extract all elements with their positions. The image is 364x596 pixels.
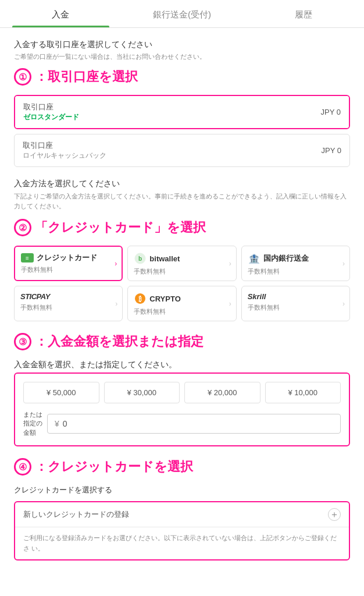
bank-icon: 🏦	[248, 252, 260, 265]
account-selected-box[interactable]: 取引口座 ゼロスタンダード JPY 0	[14, 95, 350, 129]
tab-history[interactable]: 履歴	[242, 0, 364, 27]
tab-bank-transfer[interactable]: 銀行送金(受付)	[122, 0, 243, 27]
payment-method-bitwallet[interactable]: b bitwallet 手数料無料 ›	[127, 246, 236, 281]
account-name-1: 取引口座	[23, 102, 79, 112]
payment-method-sticpay[interactable]: STICPAY 手数料無料 ›	[14, 286, 123, 321]
yen-symbol: ¥	[55, 419, 59, 428]
bitwallet-arrow: ›	[229, 260, 231, 268]
bank-arrow: ›	[342, 260, 345, 268]
amount-selection-box: ¥ 50,000 ¥ 30,000 ¥ 20,000 ¥ 10,000 または …	[14, 372, 350, 446]
bank-label-row: 🏦 国内銀行送金	[248, 252, 309, 265]
crypto-fee: 手数料無料	[134, 307, 166, 316]
amount-btn-10000[interactable]: ¥ 10,000	[265, 382, 341, 403]
step1-sub: ご希望の口座が一覧にない場合は、当社にお問い合わせください。	[14, 52, 350, 61]
step3-annotation: ③ ：入金金額を選択または指定	[14, 333, 350, 350]
crypto-label-row: ₿ CRYPTO	[134, 292, 180, 305]
amount-custom-label: または 指定の 金額	[23, 410, 42, 437]
credit-card-info-text: ご利用になる登録済みカードをお選びください。以下に表示されていない場合は、上記ボ…	[15, 527, 349, 559]
amount-btn-50000[interactable]: ¥ 50,000	[23, 382, 99, 403]
skrill-label-row: Skrill	[248, 292, 266, 301]
sticpay-label-row: STICPAY	[20, 292, 50, 301]
step3-sub: 入金金額を選択、または指定してください。	[14, 360, 350, 370]
account-type-1: ゼロスタンダード	[23, 112, 79, 122]
payment-method-credit-card[interactable]: ≡ クレジットカード 手数料無料 ›	[14, 246, 123, 281]
sticpay-fee: 手数料無料	[20, 303, 52, 312]
sticpay-label: STICPAY	[20, 292, 50, 301]
payment-method-grid: ≡ クレジットカード 手数料無料 › b bitwallet	[14, 246, 350, 321]
custom-amount-value: 0	[63, 419, 67, 428]
account-balance-2: JPY 0	[322, 146, 341, 155]
account-left-1: 取引口座 ゼロスタンダード	[23, 102, 79, 122]
plus-icon: ＋	[330, 509, 339, 521]
credit-card-icon: ≡	[21, 253, 34, 262]
amount-custom-row: または 指定の 金額 ¥ 0	[23, 410, 341, 437]
step3-section: ③ ：入金金額を選択または指定 入金金額を選択、または指定してください。 ¥ 5…	[14, 333, 350, 446]
account-item-2[interactable]: 取引口座 ロイヤルキャッシュバック JPY 0	[14, 134, 350, 167]
step4-annotation-text: ：クレジットカードを選択	[35, 458, 193, 476]
credit-card-label-row: ≡ クレジットカード	[21, 253, 97, 263]
bitwallet-label: bitwallet	[149, 254, 180, 263]
svg-text:₿: ₿	[138, 296, 142, 303]
step2-section: 入金方法を選択してください 下記よりご希望の入金方法を選択してください。事前に手…	[14, 179, 350, 321]
step4-section: ④ ：クレジットカードを選択 クレジットカードを選択する 新しいクレジットカード…	[14, 458, 350, 560]
step2-annotation-text: 「クレジットカード」を選択	[35, 219, 206, 236]
step3-circle: ③	[14, 333, 31, 350]
account-left-2: 取引口座 ロイヤルキャッシュバック	[23, 140, 106, 161]
credit-card-fee: 手数料無料	[21, 265, 53, 274]
step1-circle: ①	[14, 68, 31, 86]
amount-btn-30000[interactable]: ¥ 30,000	[104, 382, 180, 403]
payment-method-skrill[interactable]: Skrill 手数料無料 ›	[241, 286, 350, 321]
bitwallet-icon: b	[134, 252, 147, 265]
step4-annotation: ④ ：クレジットカードを選択	[14, 458, 350, 476]
credit-card-arrow: ›	[115, 260, 117, 268]
step2-annotation: ② 「クレジットカード」を選択	[14, 219, 350, 236]
skrill-label: Skrill	[248, 292, 266, 301]
crypto-icon: ₿	[134, 292, 147, 305]
crypto-label: CRYPTO	[149, 295, 180, 303]
tab-deposit[interactable]: 入金	[0, 0, 122, 27]
account-balance-1: JPY 0	[321, 108, 341, 116]
credit-card-box: 新しいクレジットカードの登録 ＋ ご利用になる登録済みカードをお選びください。以…	[14, 501, 350, 560]
add-credit-card-icon[interactable]: ＋	[328, 508, 341, 521]
add-credit-card-label: 新しいクレジットカードの登録	[23, 509, 129, 520]
add-credit-card-row[interactable]: 新しいクレジットカードの登録 ＋	[15, 502, 349, 527]
step1-annotation-text: ：取引口座を選択	[35, 68, 138, 86]
payment-method-crypto[interactable]: ₿ CRYPTO 手数料無料 ›	[127, 286, 236, 321]
payment-method-bank[interactable]: 🏦 国内銀行送金 手数料無料 ›	[241, 246, 350, 281]
step2-sub: 下記よりご希望の入金方法を選択してください。事前に手続きを進めることができるよう…	[14, 191, 350, 211]
account-name-2: 取引口座	[23, 140, 106, 151]
tab-bar: 入金 銀行送金(受付) 履歴	[0, 0, 364, 28]
step3-annotation-text: ：入金金額を選択または指定	[35, 333, 204, 350]
account-item-1[interactable]: 取引口座 ゼロスタンダード JPY 0	[15, 96, 349, 128]
crypto-arrow: ›	[229, 300, 231, 308]
sticpay-arrow: ›	[115, 300, 117, 308]
step1-annotation: ① ：取引口座を選択	[14, 68, 350, 86]
bitwallet-fee: 手数料無料	[134, 267, 166, 276]
main-content: 入金する取引口座を選択してください ご希望の口座が一覧にない場合は、当社にお問い…	[0, 28, 364, 581]
step2-label: 入金方法を選択してください	[14, 179, 350, 189]
step1-section: 入金する取引口座を選択してください ご希望の口座が一覧にない場合は、当社にお問い…	[14, 40, 350, 167]
amount-buttons-group: ¥ 50,000 ¥ 30,000 ¥ 20,000 ¥ 10,000	[23, 382, 341, 403]
bank-fee: 手数料無料	[248, 267, 280, 276]
credit-card-label: クレジットカード	[37, 253, 97, 263]
account-type-2: ロイヤルキャッシュバック	[23, 151, 106, 161]
amount-btn-20000[interactable]: ¥ 20,000	[184, 382, 260, 403]
skrill-fee: 手数料無料	[248, 303, 280, 312]
bank-label: 国内銀行送金	[263, 253, 309, 264]
svg-text:b: b	[138, 256, 142, 262]
bitwallet-label-row: b bitwallet	[134, 252, 180, 265]
step1-label: 入金する取引口座を選択してください	[14, 40, 350, 50]
amount-custom-input[interactable]: ¥ 0	[47, 414, 341, 434]
step4-label: クレジットカードを選択する	[14, 485, 350, 495]
skrill-arrow: ›	[342, 300, 345, 308]
step2-circle: ②	[14, 219, 31, 236]
step4-circle: ④	[14, 458, 31, 476]
